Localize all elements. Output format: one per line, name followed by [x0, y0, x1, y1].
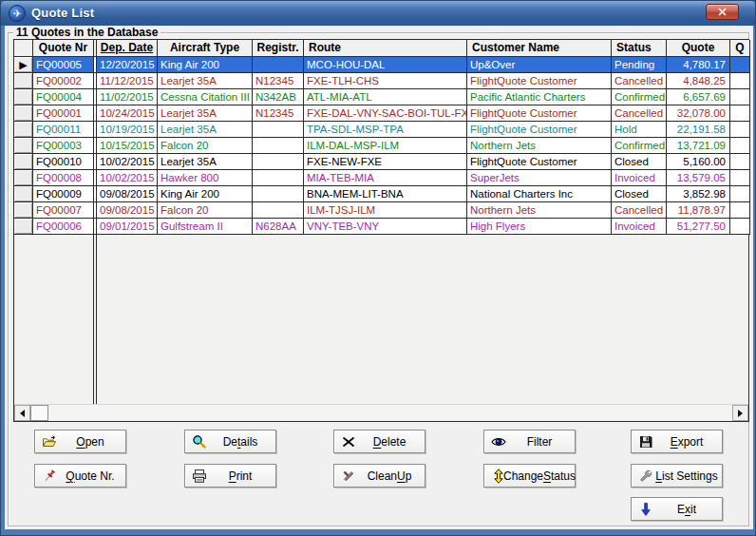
- grid-cell-quote: 32,078.00: [667, 105, 730, 122]
- grid-cell-customer: FlightQuote Customer: [467, 154, 612, 170]
- grid-cell-quote_nr: FQ00011: [33, 122, 94, 138]
- details-button[interactable]: Details: [184, 430, 276, 453]
- column-header-registration[interactable]: Registr.: [253, 40, 304, 57]
- close-icon: [718, 8, 727, 16]
- grid-cell-aircraft_type: Gulfstream II: [158, 219, 253, 235]
- grid-cell-dep_date: 09/01/2015: [97, 219, 158, 235]
- grid-cell-extra: [730, 219, 750, 235]
- grid-cell-quote_nr: FQ00006: [33, 219, 94, 235]
- title-bar[interactable]: ✈ Quote List: [1, 1, 755, 26]
- airplane-app-icon: ✈: [9, 5, 26, 22]
- grid-cell-status: Confirmed: [612, 138, 667, 154]
- column-header-aircraft_type[interactable]: Aircraft Type: [158, 40, 253, 57]
- row-selector[interactable]: ▶: [14, 57, 33, 73]
- row-selector[interactable]: [14, 186, 33, 202]
- window-title: Quote List: [31, 6, 94, 20]
- grid-cell-route: ATL-MIA-ATL: [304, 89, 467, 105]
- grid-cell-route: TPA-SDL-MSP-TPA: [304, 122, 467, 138]
- delete-button-label: Delete: [357, 431, 422, 452]
- quote-nr-button[interactable]: Quote Nr.: [34, 464, 126, 488]
- scrollbar-thumb[interactable]: [30, 405, 48, 421]
- grid-row-FQ00004[interactable]: FQ0000411/02/2015Cessna Citation IIIN342…: [14, 89, 748, 105]
- grid-header-row: Quote NrDep. DateAircraft TypeRegistr.Ro…: [14, 40, 748, 57]
- grid-cell-status: Pending: [612, 57, 667, 73]
- column-header-dep_date[interactable]: Dep. Date: [97, 40, 158, 57]
- grid-cell-quote_nr: FQ00007: [33, 202, 94, 219]
- export-button-label: Export: [654, 431, 719, 452]
- print-button[interactable]: Print: [184, 464, 276, 488]
- frozen-column-divider: [93, 235, 97, 404]
- grid-cell-status: Closed: [612, 186, 667, 202]
- grid-cell-dep_date: 09/08/2015: [97, 202, 158, 219]
- column-header-route[interactable]: Route: [304, 40, 467, 57]
- grid-cell-customer: High Flyers: [467, 219, 612, 235]
- grid-cell-quote: 13,721.09: [667, 138, 730, 154]
- row-selector[interactable]: [14, 122, 33, 138]
- row-selector[interactable]: [14, 73, 33, 89]
- filter-button-label: Filter: [507, 431, 572, 452]
- column-header-extra[interactable]: Q: [730, 40, 750, 57]
- row-selector[interactable]: [14, 170, 33, 186]
- scroll-right-button[interactable]: [732, 405, 748, 421]
- column-header-customer[interactable]: Customer Name: [467, 40, 612, 57]
- grid-row-FQ00007[interactable]: FQ0000709/08/2015Falcon 20ILM-TJSJ-ILMNo…: [14, 202, 748, 219]
- grid-row-FQ00002[interactable]: FQ0000211/12/2015Learjet 35AN12345FXE-TL…: [14, 73, 748, 89]
- grid-row-FQ00006[interactable]: FQ0000609/01/2015Gulfstream IIN628AAVNY-…: [14, 219, 748, 235]
- grid-cell-route: ILM-DAL-MSP-ILM: [304, 138, 467, 154]
- column-header-status[interactable]: Status: [612, 40, 667, 57]
- grid-row-FQ00001[interactable]: FQ0000110/24/2015Learjet 35AN12345FXE-DA…: [14, 105, 748, 122]
- clean-up-button[interactable]: Clean Up: [333, 464, 425, 488]
- row-selector[interactable]: [14, 138, 33, 154]
- close-button[interactable]: [706, 4, 739, 20]
- grid-cell-customer: SuperJets: [467, 170, 612, 186]
- grid-cell-route: FXE-TLH-CHS: [304, 73, 467, 89]
- delete-button[interactable]: Delete: [333, 430, 425, 453]
- row-selector[interactable]: [14, 219, 33, 235]
- row-selector[interactable]: [14, 202, 33, 219]
- open-button[interactable]: Open: [34, 430, 126, 453]
- grid-row-FQ00005[interactable]: ▶FQ0000512/20/2015King Air 200MCO-HOU-DA…: [14, 57, 748, 73]
- wrench-icon: [638, 469, 653, 484]
- grid-cell-aircraft_type: Cessna Citation III: [158, 89, 253, 105]
- scroll-left-button[interactable]: [14, 405, 30, 421]
- current-row-arrow-icon: ▶: [19, 59, 27, 70]
- grid-row-FQ00009[interactable]: FQ0000909/08/2015King Air 200BNA-MEM-LIT…: [14, 186, 748, 202]
- column-header-selector[interactable]: [14, 40, 33, 57]
- filter-button[interactable]: Filter: [483, 430, 576, 453]
- change-status-button-label: Change Status: [507, 465, 572, 487]
- horizontal-scrollbar[interactable]: [14, 404, 748, 421]
- exit-button[interactable]: Exit: [631, 497, 723, 521]
- column-header-quote_nr[interactable]: Quote Nr: [33, 40, 94, 57]
- grid-cell-aircraft_type: Hawker 800: [158, 170, 253, 186]
- grid-cell-extra: [730, 57, 750, 73]
- column-header-quote[interactable]: Quote: [667, 40, 730, 57]
- list-settings-button[interactable]: List Settings: [631, 464, 723, 488]
- grid-cell-route: ILM-TJSJ-ILM: [304, 202, 467, 219]
- row-selector[interactable]: [14, 105, 33, 122]
- right-arrow-icon: [738, 410, 747, 417]
- grid-row-FQ00008[interactable]: FQ0000810/02/2015Hawker 800MIA-TEB-MIASu…: [14, 170, 748, 186]
- grid-cell-extra: [730, 202, 750, 219]
- export-button[interactable]: Export: [631, 430, 723, 453]
- quotes-grid: Quote NrDep. DateAircraft TypeRegistr.Ro…: [13, 39, 749, 422]
- change-status-button[interactable]: Change Status: [483, 464, 576, 488]
- row-selector[interactable]: [14, 154, 33, 170]
- grid-row-FQ00010[interactable]: FQ0001010/02/2015Learjet 35AFXE-NEW-FXEF…: [14, 154, 748, 170]
- grid-row-FQ00011[interactable]: FQ0001110/19/2015Learjet 35ATPA-SDL-MSP-…: [14, 122, 748, 138]
- grid-cell-route: BNA-MEM-LIT-BNA: [304, 186, 467, 202]
- printer-icon: [192, 469, 207, 484]
- grid-cell-customer: FlightQuote Customer: [467, 105, 612, 122]
- list-settings-button-label: List Settings: [654, 465, 719, 487]
- row-selector[interactable]: [14, 89, 33, 105]
- grid-cell-customer: FlightQuote Customer: [467, 122, 612, 138]
- client-area: 11 Quotes in the Database Quote NrDep. D…: [5, 26, 753, 529]
- details-button-label: Details: [208, 431, 273, 452]
- grid-cell-registration: [253, 202, 304, 219]
- grid-empty-area: [14, 235, 748, 404]
- grid-cell-route: VNY-TEB-VNY: [304, 219, 467, 235]
- grid-cell-dep_date: 10/24/2015: [97, 105, 158, 122]
- grid-row-FQ00003[interactable]: FQ0000310/15/2015Falcon 20ILM-DAL-MSP-IL…: [14, 138, 748, 154]
- grid-cell-aircraft_type: Falcon 20: [158, 202, 253, 219]
- grid-cell-customer: Northern Jets: [467, 138, 612, 154]
- grid-cell-registration: [253, 57, 304, 73]
